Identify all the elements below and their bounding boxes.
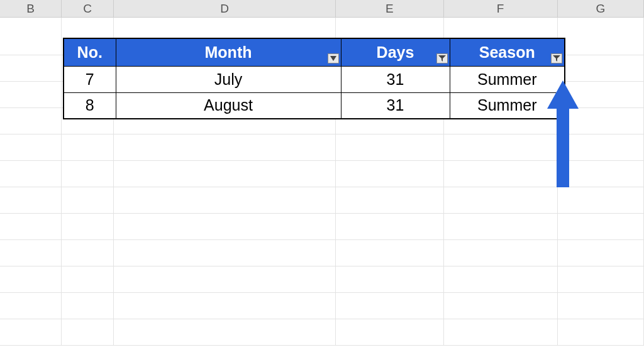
cell[interactable] [114,214,336,240]
cell[interactable] [558,55,644,82]
svg-marker-2 [553,55,560,62]
cell[interactable] [62,214,114,240]
table-header-row: No. Month Days Season [64,38,565,66]
cell[interactable] [114,293,336,319]
filter-active-icon[interactable] [551,53,562,63]
col-header-b[interactable]: B [0,0,62,17]
cell[interactable] [0,108,62,134]
cell[interactable] [558,266,644,293]
cell[interactable] [114,266,336,293]
header-days[interactable]: Days [341,38,450,66]
cell[interactable] [0,266,62,293]
cell-month[interactable]: July [116,66,341,92]
cell[interactable] [62,266,114,293]
cell[interactable] [444,187,558,214]
column-header-bar: B C D E F G [0,0,644,18]
header-season-label: Season [479,43,535,61]
cell[interactable] [558,82,644,108]
cell[interactable] [444,161,558,187]
cell[interactable] [114,319,336,346]
cell[interactable] [558,293,644,319]
cell-month[interactable]: August [116,92,341,119]
cell[interactable] [0,55,62,82]
cell[interactable] [336,240,443,266]
cell[interactable] [336,319,443,346]
cell[interactable] [558,214,644,240]
cell-days[interactable]: 31 [341,66,450,92]
cell[interactable] [444,214,558,240]
cell-days[interactable]: 31 [341,92,450,119]
cell[interactable] [62,319,114,346]
cell[interactable] [114,240,336,266]
cell[interactable] [336,293,443,319]
cell[interactable] [444,266,558,293]
filter-dropdown-icon[interactable] [328,53,339,63]
cell[interactable] [336,214,443,240]
cell[interactable] [558,18,644,55]
col-header-e[interactable]: E [336,0,443,17]
cell[interactable] [444,319,558,346]
cell-season[interactable]: Summer [450,66,565,92]
header-month[interactable]: Month [116,38,341,66]
cell[interactable] [0,161,62,187]
header-days-label: Days [377,43,414,61]
cell[interactable] [62,161,114,187]
table-row[interactable]: 8 August 31 Summer [64,92,565,119]
cell-no[interactable]: 7 [64,66,116,92]
cell[interactable] [558,240,644,266]
cell[interactable] [62,240,114,266]
cell[interactable] [0,319,62,346]
cell[interactable] [114,134,336,161]
cell[interactable] [62,293,114,319]
svg-marker-0 [330,56,336,61]
col-header-c[interactable]: C [62,0,114,17]
cell[interactable] [444,293,558,319]
svg-marker-1 [438,55,446,62]
cell[interactable] [444,240,558,266]
cell[interactable] [62,134,114,161]
cell[interactable] [558,161,644,187]
cell-season[interactable]: Summer [450,92,565,119]
col-header-g[interactable]: G [558,0,644,17]
cell[interactable] [0,134,62,161]
table-row[interactable]: 7 July 31 Summer [64,66,565,92]
cell[interactable] [0,82,62,108]
col-header-f[interactable]: F [444,0,558,17]
cell[interactable] [558,187,644,214]
cell[interactable] [0,293,62,319]
cell[interactable] [0,240,62,266]
cell[interactable] [336,187,443,214]
cell-no[interactable]: 8 [64,92,116,119]
cell[interactable] [0,214,62,240]
filter-active-icon[interactable] [436,53,448,63]
cell[interactable] [558,319,644,346]
cell[interactable] [0,187,62,214]
col-header-d[interactable]: D [114,0,336,17]
header-month-label: Month [205,43,252,61]
cell[interactable] [0,18,62,55]
cell[interactable] [444,134,558,161]
header-season[interactable]: Season [450,38,565,66]
cell[interactable] [336,134,443,161]
cell[interactable] [558,108,644,134]
cell[interactable] [62,187,114,214]
cell[interactable] [114,187,336,214]
cell[interactable] [558,134,644,161]
header-no-label: No. [77,43,103,61]
header-no[interactable]: No. [64,38,116,66]
cell[interactable] [336,266,443,293]
cell[interactable] [114,161,336,187]
data-table: No. Month Days Season [63,38,565,119]
cell[interactable] [336,161,443,187]
